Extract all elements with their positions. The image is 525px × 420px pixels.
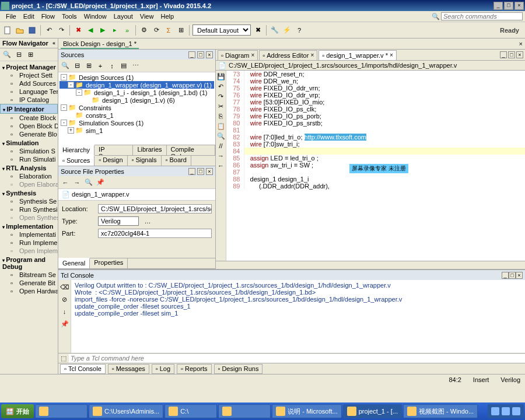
- pin-icon[interactable]: 📌: [95, 177, 106, 188]
- minimize-icon[interactable]: _: [500, 51, 507, 58]
- close-icon[interactable]: ×: [206, 168, 213, 175]
- code-line[interactable]: wire FIXED_IO_ps_clk;: [244, 106, 525, 113]
- flownav-item[interactable]: ▫Implementati: [0, 230, 58, 239]
- property-select[interactable]: Verilog: [98, 216, 139, 226]
- expand-icon[interactable]: -: [76, 89, 82, 96]
- flownav-item[interactable]: ▫Generate Bit: [0, 279, 58, 287]
- find-icon[interactable]: 🔍: [217, 132, 225, 140]
- tab-close-icon[interactable]: ×: [251, 52, 254, 58]
- find-icon[interactable]: 🔍: [83, 177, 94, 188]
- nav-fwd-icon[interactable]: →: [72, 177, 82, 188]
- toggle-icon[interactable]: //: [217, 142, 225, 150]
- tab-close-icon[interactable]: ×: [310, 52, 314, 58]
- code-editor[interactable]: 73 wire DDR_reset_n;74 wire DDR_we_n;75 …: [226, 71, 525, 261]
- taskbar-item[interactable]: [218, 404, 271, 418]
- flownav-item[interactable]: ▫Language Tem: [0, 88, 58, 96]
- expand-icon[interactable]: ⊟: [13, 50, 24, 60]
- flownav-item[interactable]: ▫Add Sources: [0, 79, 58, 88]
- editor-tab[interactable]: ▫Diagram×: [218, 50, 258, 60]
- search-icon[interactable]: 🔍: [2, 50, 12, 60]
- horizontal-scrollbar[interactable]: [216, 261, 525, 269]
- copy-icon[interactable]: ⎘: [217, 112, 225, 120]
- code-line[interactable]: wire DDR_reset_n;: [244, 71, 525, 78]
- close-icon[interactable]: ×: [206, 51, 213, 58]
- code-line[interactable]: assign LED = led_tri_o ;: [244, 155, 525, 162]
- sources-btab[interactable]: ▫ Design: [94, 156, 127, 166]
- filter-icon[interactable]: ⊞: [176, 25, 186, 36]
- expand-icon[interactable]: +: [68, 127, 74, 134]
- outdent-icon[interactable]: ←: [217, 162, 225, 170]
- sources-btab[interactable]: ▫ Sources: [58, 155, 94, 166]
- flownav-item[interactable]: ▫Open Impleme: [0, 247, 58, 255]
- redo-icon[interactable]: ↷: [217, 92, 225, 100]
- flownav-item[interactable]: ▫Open Hardwar: [0, 287, 58, 295]
- tree-row[interactable]: -📁design_1_wrapper (design_1_wrapper.v) …: [60, 81, 214, 89]
- sources-htab[interactable]: IP Sources: [94, 145, 133, 155]
- flownav-item[interactable]: ▫Run Synthesi: [0, 205, 58, 214]
- editor-tab[interactable]: ▫Address Editor×: [259, 50, 317, 60]
- tree-row[interactable]: 📁design_1 (design_1.v) (6): [60, 96, 214, 104]
- property-tab[interactable]: General: [58, 258, 90, 268]
- save-icon[interactable]: [27, 25, 37, 36]
- code-line[interactable]: wire [7:0]sw_tri_i;: [244, 141, 525, 148]
- flownav-item[interactable]: ▫Simulation S: [0, 147, 58, 155]
- taskbar-item[interactable]: [35, 404, 88, 418]
- editor-tab[interactable]: ▫design_1_wrapper.v *×: [318, 50, 397, 60]
- tcl-command-input[interactable]: [69, 354, 525, 363]
- expand-icon[interactable]: -: [68, 82, 74, 88]
- maximize-icon[interactable]: □: [197, 51, 204, 58]
- pin-icon[interactable]: 📌: [60, 318, 70, 329]
- bottom-tab[interactable]: ▫Messages: [108, 364, 149, 374]
- add-icon[interactable]: +: [95, 61, 106, 71]
- bottom-tab[interactable]: ▫Reports: [177, 364, 211, 374]
- cancel-icon[interactable]: ✖: [73, 25, 83, 36]
- flownav-item[interactable]: ▫Project Sett: [0, 71, 58, 79]
- flownav-item[interactable]: ▫Run Implemen: [0, 239, 58, 247]
- bottom-tab[interactable]: ▫Design Runs: [214, 364, 263, 374]
- tree-row[interactable]: +📁sim_1: [60, 127, 214, 134]
- open-icon[interactable]: [15, 25, 25, 36]
- search-icon[interactable]: 🔍: [60, 61, 71, 71]
- tab-close-icon[interactable]: ×: [390, 52, 393, 58]
- close-button[interactable]: ×: [514, 2, 524, 10]
- undo-icon[interactable]: ↶: [217, 82, 225, 90]
- flownav-item[interactable]: ▫Elaboration: [0, 172, 58, 180]
- bottom-tab[interactable]: ▫Log: [152, 364, 174, 374]
- close-icon[interactable]: ×: [519, 40, 523, 47]
- block-design-tab[interactable]: Block Design - design_1 *: [61, 39, 139, 49]
- flownav-item[interactable]: ▫IP Catalog: [0, 96, 58, 104]
- taskbar-item[interactable]: project_1 - [...: [343, 404, 402, 418]
- minimize-icon[interactable]: _: [188, 168, 195, 175]
- code-line[interactable]: wire [7:0]led_tri_o; http://www.tlxsoft.…: [244, 134, 525, 141]
- tree-row[interactable]: -📁design_1_i - design_1 (design_1.bd) (1…: [60, 89, 214, 96]
- nav-back-icon[interactable]: ←: [60, 177, 71, 188]
- code-line[interactable]: wire FIXED_IO_ddr_vrp;: [244, 92, 525, 99]
- filter-icon[interactable]: ▤: [118, 61, 129, 71]
- run-next-icon[interactable]: »: [122, 25, 132, 36]
- taskbar-item[interactable]: C:\: [164, 404, 217, 418]
- gear-icon[interactable]: ⚙: [139, 25, 149, 36]
- sigma-icon[interactable]: Σ: [163, 25, 174, 36]
- flownav-section[interactable]: Program and Debug: [0, 255, 58, 271]
- menu-tools[interactable]: Tools: [58, 13, 80, 20]
- code-line[interactable]: [244, 148, 525, 155]
- run-step-icon[interactable]: ▸: [110, 25, 120, 36]
- menu-layout[interactable]: Layout: [110, 13, 136, 20]
- code-line[interactable]: wire FIXED_IO_ps_porb;: [244, 113, 525, 120]
- sources-htab[interactable]: Libraries: [133, 145, 166, 155]
- flownav-item[interactable]: ▫Open Elabora: [0, 180, 58, 188]
- tool-icon[interactable]: 🔧: [270, 25, 280, 36]
- code-line[interactable]: wire FIXED_IO_ddr_vrn;: [244, 85, 525, 92]
- flownav-section[interactable]: IP Integrator: [0, 104, 58, 114]
- tool2-icon[interactable]: ⚡: [282, 25, 292, 36]
- flownav-item[interactable]: ▫Create Block: [0, 114, 58, 122]
- command-search-input[interactable]: [441, 12, 523, 20]
- close-icon[interactable]: ×: [516, 272, 523, 279]
- flownav-item[interactable]: ▫Open Synthes: [0, 214, 58, 222]
- flownav-section[interactable]: Project Manager: [0, 62, 58, 71]
- indent-icon[interactable]: →: [217, 152, 225, 160]
- maximize-button[interactable]: □: [504, 2, 513, 10]
- paste-icon[interactable]: 📋: [217, 122, 225, 130]
- collapse-icon[interactable]: «: [52, 40, 55, 46]
- save-icon[interactable]: 💾: [217, 72, 225, 80]
